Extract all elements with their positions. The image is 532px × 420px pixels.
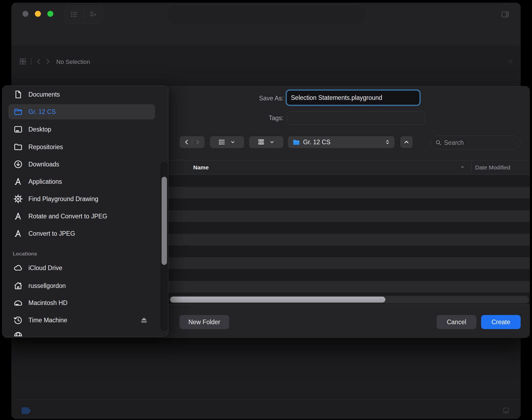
sidebar-item-rotate-and-convert-to-jpeg[interactable]: Rotate and Convert to JPEG xyxy=(2,209,168,224)
chevron-right-icon[interactable] xyxy=(44,57,52,65)
file-list-header: Name Date Modified xyxy=(168,160,530,175)
panel-bottom-icon[interactable] xyxy=(502,407,510,414)
sidebar-item-gr-12-cs[interactable]: Gr. 12 CS xyxy=(2,104,168,119)
sidebar-item-desktop[interactable]: Desktop xyxy=(2,122,168,137)
download-circle-icon xyxy=(13,159,23,169)
sidebar-item-network-partial[interactable] xyxy=(2,328,168,337)
toolbar-activity-field[interactable] xyxy=(166,4,366,24)
column-divider[interactable] xyxy=(471,162,472,173)
nav-divider xyxy=(192,139,192,146)
zoom-button[interactable] xyxy=(47,11,53,17)
screen: No Selection Save As: Tags: xyxy=(0,0,532,420)
folder-icon xyxy=(292,138,300,146)
sidebar-panel: Documents Gr. 12 CS Desktop xyxy=(2,86,168,337)
search-placeholder: Search xyxy=(444,139,464,146)
sidebar-item-downloads[interactable]: Downloads xyxy=(2,157,168,172)
filter-tag-icon[interactable] xyxy=(22,407,31,414)
sidebar-right-icon xyxy=(501,10,510,19)
list-stripe xyxy=(168,175,530,187)
inspector-toggle-button[interactable] xyxy=(495,4,515,25)
sort-ascending-icon[interactable] xyxy=(459,164,465,170)
location-dropdown[interactable]: Gr. 12 CS xyxy=(288,136,395,148)
horizontal-scrollbar[interactable] xyxy=(169,296,529,303)
home-icon xyxy=(13,281,23,291)
grid-view-icon xyxy=(257,138,265,146)
create-button[interactable]: Create xyxy=(481,315,521,329)
jump-bar-divider xyxy=(31,58,31,65)
grid-2x2-icon[interactable] xyxy=(19,57,27,65)
sidebar-item-find-playground-drawing[interactable]: Find Playground Drawing xyxy=(2,191,168,206)
locations-section-header: Locations xyxy=(13,251,37,257)
stepper-icon xyxy=(384,139,391,145)
list-stripe xyxy=(168,198,530,210)
folder-icon xyxy=(13,107,23,117)
app-store-icon xyxy=(13,211,23,221)
plus-icon[interactable] xyxy=(507,58,514,65)
minimize-button[interactable] xyxy=(35,11,41,17)
file-list[interactable] xyxy=(168,175,530,304)
sidebar-scrollbar-thumb[interactable] xyxy=(162,177,167,265)
sparkle-list-icon[interactable] xyxy=(89,10,97,18)
sidebar-item-documents[interactable]: Documents xyxy=(2,87,168,102)
eject-button[interactable] xyxy=(139,316,149,325)
arrow-up-icon xyxy=(403,139,410,146)
magnifier-icon xyxy=(435,139,442,146)
new-folder-button[interactable]: New Folder xyxy=(179,315,229,329)
list-stripe xyxy=(168,281,530,293)
app-store-icon xyxy=(13,229,23,238)
gear-icon xyxy=(13,194,23,204)
cancel-button[interactable]: Cancel xyxy=(436,315,477,329)
globe-icon xyxy=(13,331,23,337)
search-field[interactable]: Search xyxy=(431,136,521,150)
desktop-icon xyxy=(13,124,23,134)
sidebar-item-russellgordon[interactable]: russellgordon xyxy=(2,278,168,293)
close-button[interactable] xyxy=(22,11,28,17)
tags-label: Tags: xyxy=(233,112,284,124)
chevron-left-icon[interactable] xyxy=(35,57,43,65)
cloud-icon xyxy=(13,263,23,273)
sidebar-item-macintosh-hd[interactable]: Macintosh HD xyxy=(2,295,168,310)
horizontal-scrollbar-thumb[interactable] xyxy=(170,297,385,303)
go-up-button[interactable] xyxy=(400,136,413,148)
segment-divider xyxy=(83,9,84,19)
sidebar-item-icloud-drive[interactable]: iCloud Drive xyxy=(2,260,168,275)
list-stripe xyxy=(168,245,530,257)
list-stripe xyxy=(168,269,530,281)
folder-icon xyxy=(13,142,23,152)
app-store-icon xyxy=(13,177,23,186)
chevron-down-icon xyxy=(229,139,236,145)
list-stripe xyxy=(168,222,530,234)
save-as-label: Save As: xyxy=(233,91,284,105)
history-nav-control xyxy=(180,136,205,148)
sidebar-scrollbar[interactable] xyxy=(160,162,168,331)
column-header-date-modified[interactable]: Date Modified xyxy=(475,160,510,175)
hard-drive-icon xyxy=(13,298,23,308)
list-bullet-icon[interactable] xyxy=(70,10,78,18)
list-view-button[interactable] xyxy=(210,136,244,148)
titlebar-segmented-control xyxy=(64,5,103,23)
debug-bar xyxy=(11,400,521,419)
location-dropdown-label: Gr. 12 CS xyxy=(303,139,330,146)
list-stripe xyxy=(168,234,530,246)
column-header-name[interactable]: Name xyxy=(193,160,209,175)
tags-input[interactable] xyxy=(287,111,425,125)
chevron-down-icon xyxy=(269,139,275,145)
list-view-icon xyxy=(218,138,226,146)
sidebar-item-repositories[interactable]: Repositories xyxy=(2,139,168,155)
back-button[interactable] xyxy=(183,139,190,146)
list-stripe xyxy=(168,187,530,199)
time-machine-icon xyxy=(13,315,23,325)
list-stripe xyxy=(168,257,530,269)
icon-view-button[interactable] xyxy=(249,136,283,148)
breadcrumb[interactable]: No Selection xyxy=(56,58,90,66)
sidebar-item-applications[interactable]: Applications xyxy=(2,174,168,189)
sidebar-item-convert-to-jpeg[interactable]: Convert to JPEG xyxy=(2,226,168,241)
save-as-input[interactable] xyxy=(287,91,419,105)
jump-bar: No Selection xyxy=(11,29,521,45)
document-icon xyxy=(13,90,23,99)
forward-button[interactable] xyxy=(194,139,201,146)
list-stripe xyxy=(168,210,530,222)
